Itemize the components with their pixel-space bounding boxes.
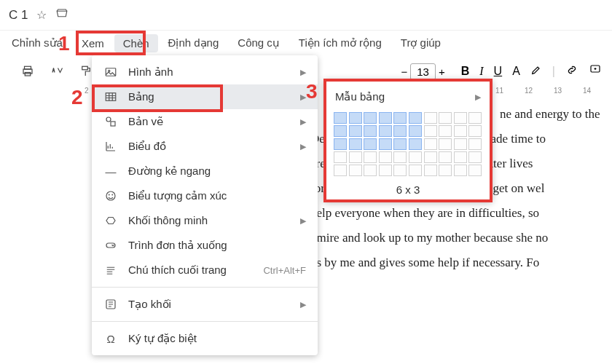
menu-view[interactable]: Xem — [73, 34, 113, 52]
annotation-number-3: 3 — [306, 80, 318, 103]
menu-item-special-chars[interactable]: Ω Ký tự đặc biệt — [92, 326, 318, 351]
grid-cell[interactable] — [409, 112, 422, 124]
grid-cell[interactable] — [454, 125, 467, 137]
grid-cell[interactable] — [349, 125, 362, 137]
menu-item-image[interactable]: Hình ảnh ▶ — [92, 60, 318, 84]
add-comment-button[interactable] — [589, 63, 602, 79]
grid-cell[interactable] — [364, 112, 377, 124]
grid-cell[interactable] — [379, 138, 392, 150]
star-icon[interactable]: ☆ — [36, 8, 47, 22]
image-icon — [103, 66, 118, 79]
grid-cell[interactable] — [454, 151, 467, 163]
grid-cell[interactable] — [468, 151, 482, 163]
document-line: dmire and look up to my mother because s… — [310, 226, 612, 250]
grid-cell[interactable] — [424, 165, 437, 176]
menu-item-chart[interactable]: Biểu đồ ▶ — [92, 134, 318, 159]
grid-cell[interactable] — [454, 138, 467, 150]
print-icon[interactable] — [17, 61, 38, 82]
hr-icon: — — [103, 165, 118, 178]
chevron-right-icon: ▶ — [300, 68, 306, 77]
grid-cell[interactable] — [349, 112, 362, 124]
grid-cell[interactable] — [393, 151, 407, 163]
drive-icon[interactable] — [55, 7, 68, 23]
grid-cell[interactable] — [409, 151, 422, 163]
grid-cell[interactable] — [334, 165, 347, 176]
menu-item-table[interactable]: Bảng ▶ — [92, 84, 318, 109]
spellcheck-icon[interactable] — [47, 61, 67, 82]
menu-item-label: Chú thích cuối trang — [128, 264, 227, 277]
menu-item-smart-chips[interactable]: Khối thông minh ▶ — [92, 208, 318, 233]
grid-cell[interactable] — [424, 151, 437, 163]
grid-cell[interactable] — [364, 138, 377, 150]
grid-cell[interactable] — [439, 151, 452, 163]
grid-cell[interactable] — [393, 125, 407, 137]
grid-cell[interactable] — [424, 112, 437, 124]
grid-cell[interactable] — [379, 151, 392, 163]
grid-cell[interactable] — [409, 138, 422, 150]
grid-cell[interactable] — [468, 165, 482, 176]
grid-cell[interactable] — [379, 165, 392, 176]
grid-cell[interactable] — [379, 112, 392, 124]
grid-cell[interactable] — [424, 125, 437, 137]
grid-cell[interactable] — [334, 112, 347, 124]
grid-cell[interactable] — [409, 165, 422, 176]
chevron-right-icon: ▶ — [300, 216, 306, 226]
text-color-button[interactable]: A — [512, 65, 520, 78]
table-dimension-label: 6 x 3 — [334, 183, 482, 196]
grid-cell[interactable] — [349, 165, 362, 176]
grid-cell[interactable] — [349, 151, 362, 163]
grid-cell[interactable] — [393, 165, 407, 176]
table-size-grid[interactable] — [334, 112, 482, 176]
menu-item-dropdown[interactable]: Trình đơn thả xuống — [92, 233, 318, 258]
font-size-increase[interactable]: + — [439, 66, 445, 78]
highlight-button[interactable] — [530, 64, 542, 79]
bold-button[interactable]: B — [461, 65, 470, 78]
grid-cell[interactable] — [334, 138, 347, 150]
menu-format[interactable]: Định dạng — [160, 33, 228, 52]
grid-cell[interactable] — [364, 151, 377, 163]
annotation-number-1: 1 — [58, 32, 70, 55]
insert-link-button[interactable] — [565, 63, 578, 79]
menu-item-building-blocks[interactable]: Tạo khối ▶ — [92, 292, 318, 317]
grid-cell[interactable] — [364, 165, 377, 176]
menu-insert[interactable]: Chèn — [114, 34, 158, 52]
font-size-decrease[interactable]: − — [401, 66, 408, 78]
grid-cell[interactable] — [454, 112, 467, 124]
grid-cell[interactable] — [334, 151, 347, 163]
table-submenu: Mẫu bảng ▶ 6 x 3 — [323, 79, 493, 202]
separator — [92, 321, 318, 322]
grid-cell[interactable] — [364, 125, 377, 137]
menu-item-label: Bảng — [128, 90, 154, 103]
menu-item-emoji[interactable]: Biểu tượng cảm xúc — [92, 183, 318, 208]
menu-help[interactable]: Trợ giúp — [392, 33, 450, 52]
italic-button[interactable]: I — [479, 65, 483, 78]
grid-cell[interactable] — [439, 165, 452, 176]
menu-extensions[interactable]: Tiện ích mở rộng — [290, 33, 391, 52]
grid-cell[interactable] — [468, 125, 482, 137]
grid-cell[interactable] — [334, 125, 347, 137]
menu-item-drawing[interactable]: Bản vẽ ▶ — [92, 109, 318, 134]
grid-cell[interactable] — [349, 138, 362, 150]
grid-cell[interactable] — [424, 138, 437, 150]
grid-cell[interactable] — [379, 125, 392, 137]
dropdown-icon — [103, 239, 118, 252]
grid-cell[interactable] — [393, 138, 407, 150]
table-templates-label[interactable]: Mẫu bảng — [335, 90, 385, 103]
menu-item-label: Tạo khối — [128, 298, 171, 311]
font-size-value[interactable]: 13 — [410, 63, 436, 80]
grid-cell[interactable] — [454, 165, 467, 176]
menu-item-label: Biểu đồ — [128, 140, 166, 153]
grid-cell[interactable] — [409, 125, 422, 137]
document-title[interactable]: C 1 — [9, 8, 28, 23]
menu-tools[interactable]: Công cụ — [229, 33, 289, 52]
underline-button[interactable]: U — [494, 65, 503, 78]
grid-cell[interactable] — [393, 112, 407, 124]
menu-item-footnote[interactable]: Chú thích cuối trang Ctrl+Alt+F — [92, 258, 318, 282]
grid-cell[interactable] — [439, 125, 452, 137]
menu-item-horizontal-rule[interactable]: — Đường kẻ ngang — [92, 159, 318, 183]
grid-cell[interactable] — [468, 112, 482, 124]
grid-cell[interactable] — [439, 138, 452, 150]
grid-cell[interactable] — [439, 112, 452, 124]
emoji-icon — [103, 189, 118, 202]
grid-cell[interactable] — [468, 138, 482, 150]
